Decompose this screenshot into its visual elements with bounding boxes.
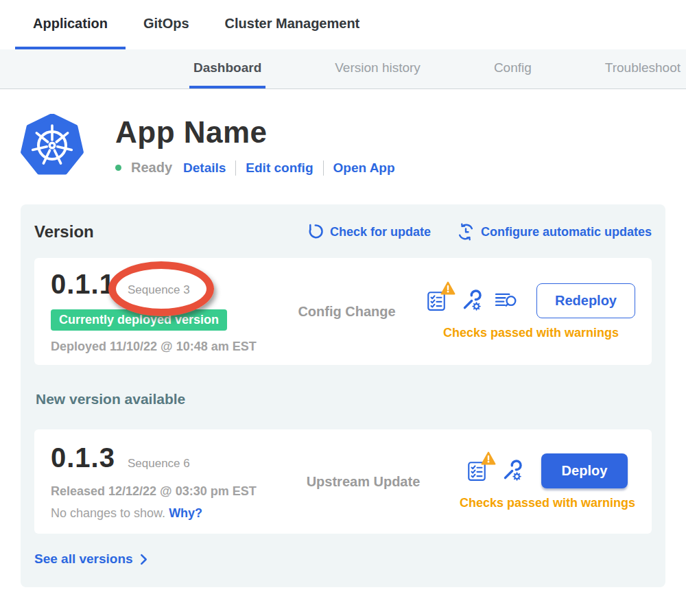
app-nav: Dashboard Version history Config Trouble… bbox=[0, 49, 686, 89]
primary-nav: Application GitOps Cluster Management bbox=[0, 0, 686, 49]
warning-triangle-icon bbox=[440, 281, 456, 295]
tab-dashboard[interactable]: Dashboard bbox=[189, 49, 265, 88]
currently-deployed-badge: Currently deployed version bbox=[51, 309, 227, 331]
deployed-sequence-label: Sequence 3 bbox=[128, 283, 190, 297]
tab-config[interactable]: Config bbox=[490, 49, 536, 88]
available-sequence-label: Sequence 6 bbox=[128, 457, 190, 471]
divider bbox=[235, 161, 236, 176]
page-title: App Name bbox=[115, 115, 395, 150]
warning-triangle-icon bbox=[481, 451, 496, 465]
tab-application[interactable]: Application bbox=[15, 0, 126, 49]
why-link[interactable]: Why? bbox=[169, 506, 202, 520]
sequence-text: Sequence 3 bbox=[128, 283, 190, 296]
see-all-versions-link[interactable]: See all versions bbox=[34, 552, 652, 567]
view-diff-icon[interactable] bbox=[495, 292, 517, 309]
released-timestamp: Released 12/12/22 @ 03:30 pm EST bbox=[51, 484, 267, 499]
deployed-release-row: 0.1.1 Sequence 3 Currently deployed vers… bbox=[34, 258, 652, 365]
see-all-versions-label: See all versions bbox=[34, 552, 133, 567]
check-for-update-link[interactable]: Check for update bbox=[306, 223, 431, 241]
tab-cluster-management[interactable]: Cluster Management bbox=[207, 0, 378, 49]
edit-config-link[interactable]: Edit config bbox=[246, 161, 313, 176]
preflight-checks-icon[interactable] bbox=[467, 460, 486, 482]
no-changes-text: No changes to show. bbox=[51, 506, 165, 520]
configure-automatic-updates-label: Configure automatic updates bbox=[481, 225, 652, 239]
available-release-row: 0.1.3 Sequence 6 Released 12/12/22 @ 03:… bbox=[34, 429, 652, 534]
tab-version-history[interactable]: Version history bbox=[331, 49, 425, 88]
configure-automatic-updates-link[interactable]: Configure automatic updates bbox=[457, 223, 652, 241]
config-wrench-icon[interactable] bbox=[500, 460, 522, 482]
preflight-checks-icon[interactable] bbox=[427, 289, 446, 311]
deployed-source-type: Config Change bbox=[267, 304, 427, 320]
chevron-right-icon bbox=[140, 554, 147, 565]
clock-refresh-icon bbox=[457, 223, 475, 241]
divider bbox=[323, 161, 324, 176]
details-link[interactable]: Details bbox=[183, 161, 226, 176]
tab-troubleshoot[interactable]: Troubleshoot bbox=[601, 49, 685, 88]
status-label: Ready bbox=[131, 160, 172, 176]
kubernetes-logo-icon bbox=[21, 114, 84, 177]
deployed-checks-status: Checks passed with warnings bbox=[443, 326, 619, 340]
deploy-button[interactable]: Deploy bbox=[541, 453, 628, 488]
new-version-heading: New version available bbox=[36, 391, 652, 407]
open-app-link[interactable]: Open App bbox=[333, 161, 395, 176]
version-card-title: Version bbox=[34, 222, 94, 241]
available-version-number: 0.1.3 bbox=[51, 442, 115, 473]
check-for-update-label: Check for update bbox=[330, 225, 431, 239]
available-checks-status: Checks passed with warnings bbox=[460, 496, 635, 510]
refresh-icon bbox=[306, 223, 324, 241]
available-source-type: Upstream Update bbox=[267, 474, 460, 490]
redeploy-button[interactable]: Redeploy bbox=[536, 283, 635, 318]
tab-gitops[interactable]: GitOps bbox=[126, 0, 207, 49]
deployed-version-number: 0.1.1 bbox=[51, 269, 115, 300]
version-card: Version Check for update Configure autom… bbox=[21, 204, 665, 587]
deployed-timestamp: Deployed 11/10/22 @ 10:48 am EST bbox=[51, 340, 267, 354]
app-header: App Name Ready Details Edit config Open … bbox=[21, 114, 686, 177]
ready-status-dot bbox=[115, 165, 121, 171]
config-wrench-icon[interactable] bbox=[460, 289, 482, 311]
